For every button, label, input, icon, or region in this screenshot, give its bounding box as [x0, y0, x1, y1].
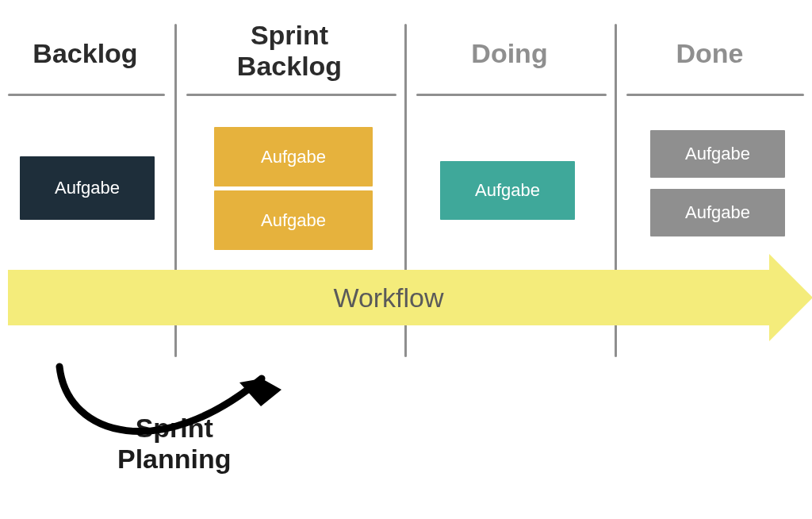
- header-underline: [626, 94, 804, 96]
- task-card-done: Aufgabe: [650, 189, 785, 236]
- task-card-doing: Aufgabe: [440, 161, 575, 220]
- workflow-arrow: Workflow: [8, 270, 769, 325]
- workflow-label: Workflow: [333, 283, 443, 313]
- kanban-diagram: Backlog SprintBacklog Doing Done Aufgabe…: [0, 0, 812, 519]
- sprint-planning-arrow-icon: [44, 343, 297, 470]
- task-card-sprint-backlog: Aufgabe: [214, 190, 373, 250]
- column-header-doing: Doing: [408, 38, 611, 69]
- header-underline: [416, 94, 607, 96]
- task-card-backlog: Aufgabe: [20, 156, 155, 220]
- column-header-done: Done: [619, 38, 801, 69]
- task-card-done: Aufgabe: [650, 130, 785, 178]
- column-header-backlog: Backlog: [0, 38, 170, 69]
- header-underline: [186, 94, 396, 96]
- header-underline: [8, 94, 165, 96]
- workflow-arrow-head-icon: [769, 254, 812, 341]
- column-header-sprint-backlog: SprintBacklog: [178, 20, 400, 82]
- task-card-sprint-backlog: Aufgabe: [214, 127, 373, 186]
